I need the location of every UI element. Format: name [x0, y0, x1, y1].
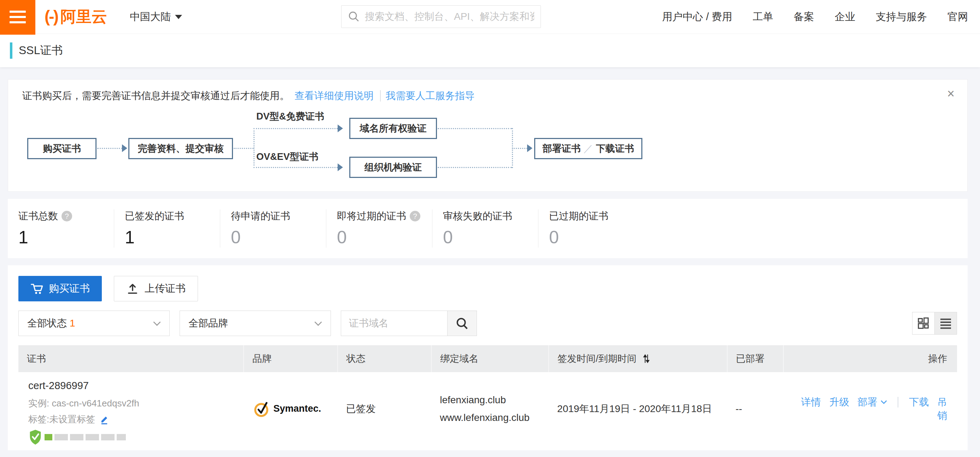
top-navigation: 用户中心 / 费用 工单 备案 企业 支持与服务 官网 [662, 10, 980, 24]
title-accent-bar [10, 43, 13, 59]
grid-view-button[interactable] [912, 312, 935, 334]
stat-expiring-value: 0 [337, 227, 432, 248]
header-status: 状态 [337, 345, 432, 372]
nav-item-user-center[interactable]: 用户中心 / 费用 [662, 10, 732, 24]
banner-text: 证书购买后，需要完善证书信息并提交审核通过后才能使用。 [22, 89, 290, 103]
header-dates: 签发时间/到期时间 [549, 345, 727, 372]
bound-domain: lefenxiang.club [440, 391, 549, 409]
domain-search-button[interactable] [447, 311, 477, 336]
chevron-down-icon [313, 318, 323, 329]
brand-name: Symantec. [273, 403, 321, 414]
caret-down-icon [175, 15, 182, 19]
nav-item-official-site[interactable]: 官网 [948, 10, 968, 24]
search-icon [348, 11, 360, 22]
certificate-tag: 标签:未设置标签 [28, 413, 95, 425]
symantec-logo-icon [252, 399, 271, 419]
cell-certificate: cert-2896997 实例: cas-cn-v641edqsv2fh 标签:… [18, 372, 243, 445]
stat-issued: 已签发的证书 1 [114, 209, 220, 248]
banner-link-usage-guide[interactable]: 查看详细使用说明 [294, 89, 374, 103]
flow-connector [253, 167, 337, 168]
sort-icon[interactable] [642, 354, 651, 364]
region-selector[interactable]: 中国大陆 [130, 10, 182, 24]
stat-expiring: 即将过期的证书 ? 0 [326, 209, 432, 248]
status-filter-dropdown[interactable]: 全部状态 1 [18, 311, 170, 336]
stat-total-value: 1 [18, 227, 114, 248]
stat-failed-value: 0 [443, 227, 538, 248]
list-view-icon [939, 316, 953, 330]
flow-connector [97, 148, 123, 149]
flow-box-org-validation: 组织机构验证 [349, 157, 437, 178]
aliyun-logo[interactable]: (-) 阿里云 [45, 6, 107, 27]
main-content: 证书购买后，需要完善证书信息并提交审核通过后才能使用。 查看详细使用说明 我需要… [0, 67, 980, 450]
flow-box-domain-validation: 域名所有权验证 [349, 118, 437, 139]
action-revoke[interactable]: 吊销 [937, 396, 947, 421]
upload-certificate-button[interactable]: 上传证书 [114, 276, 198, 301]
header-domains: 绑定域名 [431, 345, 549, 372]
stat-issued-value: 1 [125, 227, 220, 248]
cell-status: 已签发 [337, 372, 432, 445]
chevron-down-icon [152, 318, 162, 329]
global-search[interactable] [341, 5, 541, 28]
flow-box-complete-info: 完善资料、提交审核 [128, 138, 233, 159]
search-input[interactable] [365, 11, 534, 22]
flow-label-ov: OV&EV型证书 [256, 150, 318, 163]
upload-icon [126, 282, 139, 295]
status-filter-count: 1 [70, 318, 75, 329]
edit-tag-icon[interactable] [99, 414, 109, 424]
hamburger-icon [10, 11, 26, 13]
shield-icon [28, 429, 43, 445]
nav-item-tickets[interactable]: 工单 [752, 10, 773, 24]
action-details[interactable]: 详情 [801, 396, 821, 408]
chevron-down-icon [880, 398, 888, 406]
header-certificate: 证书 [18, 345, 243, 372]
nav-item-support[interactable]: 支持与服务 [876, 10, 927, 24]
help-icon[interactable]: ? [410, 211, 420, 221]
flow-connector [438, 167, 512, 168]
action-upgrade[interactable]: 升级 [829, 396, 849, 408]
stat-pending-value: 0 [231, 227, 326, 248]
flow-box-buy: 购买证书 [27, 138, 97, 159]
cell-domains: lefenxiang.club www.lefenxiang.club [431, 372, 549, 445]
table-row: cert-2896997 实例: cas-cn-v641edqsv2fh 标签:… [18, 372, 957, 445]
flow-label-dv: DV型&免费证书 [256, 110, 324, 123]
banner-link-divider [380, 90, 381, 102]
certificate-table: 证书 品牌 状态 绑定域名 签发时间/到期时间 已部署 操作 [18, 345, 957, 445]
header-actions: 操作 [783, 345, 957, 372]
certificate-name[interactable]: cert-2896997 [28, 380, 243, 392]
domain-search-input[interactable] [341, 311, 447, 336]
action-download[interactable]: 下载 [909, 396, 929, 408]
nav-item-enterprise[interactable]: 企业 [835, 10, 855, 24]
buy-certificate-button[interactable]: 购买证书 [18, 276, 102, 301]
brand-filter-dropdown[interactable]: 全部品牌 [180, 311, 331, 336]
flow-connector [253, 128, 337, 129]
close-icon[interactable]: × [947, 88, 955, 100]
banner-link-human-support[interactable]: 我需要人工服务指导 [386, 89, 475, 103]
stat-total: 证书总数 ? 1 [8, 209, 114, 248]
page-title: SSL证书 [19, 43, 62, 58]
stat-expired: 已过期的证书 0 [538, 209, 644, 248]
header-deployed: 已部署 [727, 345, 783, 372]
flow-arrowhead-icon [527, 144, 533, 152]
action-deploy[interactable]: 部署 [858, 396, 888, 408]
bound-domain: www.lefenxiang.club [440, 409, 549, 427]
certificate-instance: 实例: cas-cn-v641edqsv2fh [28, 397, 243, 409]
certificate-flow-diagram: 购买证书 完善资料、提交审核 DV型&免费证书 OV&EV型证书 域名所有权验证… [22, 108, 953, 183]
hamburger-menu-button[interactable] [0, 0, 35, 35]
cart-icon [30, 283, 43, 295]
help-icon[interactable]: ? [62, 211, 72, 221]
flow-connector [512, 148, 528, 149]
list-view-button[interactable] [934, 312, 957, 334]
usage-banner: 证书购买后，需要完善证书信息并提交审核通过后才能使用。 查看详细使用说明 我需要… [8, 79, 967, 192]
flow-arrowhead-icon [122, 144, 127, 152]
table-header-row: 证书 品牌 状态 绑定域名 签发时间/到期时间 已部署 操作 [18, 345, 957, 372]
search-icon [455, 317, 469, 330]
cell-deployed: -- [727, 372, 783, 445]
flow-connector [253, 128, 255, 168]
nav-item-icp[interactable]: 备案 [794, 10, 814, 24]
flow-arrowhead-icon [337, 163, 343, 171]
certificate-stats: 证书总数 ? 1 已签发的证书 1 待申请的证书 0 即将过期的证书 ? 0 审… [8, 199, 967, 258]
flow-connector [438, 128, 512, 129]
cell-brand: Symantec. [243, 372, 337, 445]
stat-failed: 审核失败的证书 0 [432, 209, 538, 248]
flow-box-deploy-download: 部署证书 ／ 下载证书 [534, 138, 643, 159]
